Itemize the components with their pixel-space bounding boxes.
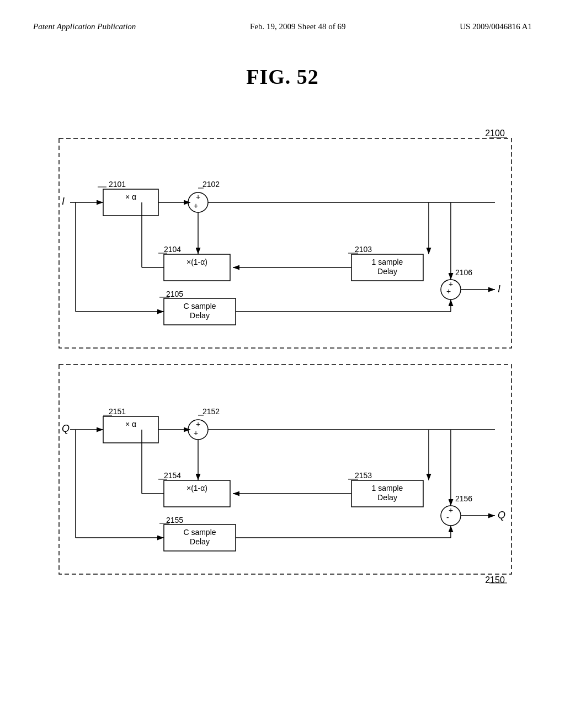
adder-2106-ref: 2106: [455, 268, 472, 277]
diagram-area: 2100 I × α 2101 + + 2102 ×(1-α) 2104: [42, 122, 523, 618]
box-2103-line1: 1 sample: [372, 258, 403, 266]
adder-2102-plus1: +: [196, 192, 200, 201]
adder-2102-ref: 2102: [202, 180, 220, 189]
adder-2152-ref: 2152: [202, 407, 220, 416]
bottom-input-label: Q: [62, 423, 70, 434]
adder-2102-plus2: +: [194, 201, 198, 210]
box-2151-ref: 2151: [109, 407, 126, 416]
box-2105-line2: Delay: [190, 311, 210, 320]
adder-2156-plus1: +: [449, 506, 453, 515]
box-2154-ref: 2154: [164, 471, 181, 480]
box-2155-line2: Delay: [190, 537, 210, 546]
top-output-label: I: [498, 283, 500, 295]
adder-2156-minus: -: [446, 513, 449, 522]
bottom-output-label: Q: [498, 510, 505, 521]
adder-2106-plus2: +: [446, 287, 451, 296]
box-2104-ref: 2104: [164, 245, 181, 254]
box-2105-line1: C sample: [183, 302, 216, 311]
box-2104-label: ×(1-α): [186, 258, 207, 266]
top-input-label: I: [62, 196, 65, 207]
box-2153-line1: 1 sample: [372, 484, 403, 493]
diagram-svg: 2100 I × α 2101 + + 2102 ×(1-α) 2104: [42, 122, 523, 618]
box-2153-ref: 2153: [355, 471, 372, 480]
page-header: Patent Application Publication Feb. 19, …: [0, 0, 565, 31]
box-2101-label: × α: [125, 192, 136, 201]
box-2155-line1: C sample: [183, 528, 216, 537]
svg-rect-28: [59, 365, 511, 574]
adder-2152-plus1: +: [196, 420, 200, 429]
box-2103-line2: Delay: [377, 267, 397, 276]
header-center: Feb. 19, 2009 Sheet 48 of 69: [250, 22, 345, 31]
header-right: US 2009/0046816 A1: [460, 22, 532, 31]
adder-2156-ref: 2156: [455, 494, 472, 503]
svg-rect-1: [59, 138, 511, 348]
figure-title: FIG. 52: [0, 65, 565, 89]
header-left: Patent Application Publication: [33, 22, 136, 31]
box-2153-line2: Delay: [377, 493, 397, 502]
box-2154-label: ×(1-α): [186, 484, 207, 493]
box-2101-ref: 2101: [109, 180, 126, 189]
adder-2152-plus2: +: [194, 429, 198, 437]
box-2103-ref: 2103: [355, 245, 372, 254]
box-2151-label: × α: [125, 420, 136, 429]
block-2100-label: 2100: [485, 129, 505, 138]
